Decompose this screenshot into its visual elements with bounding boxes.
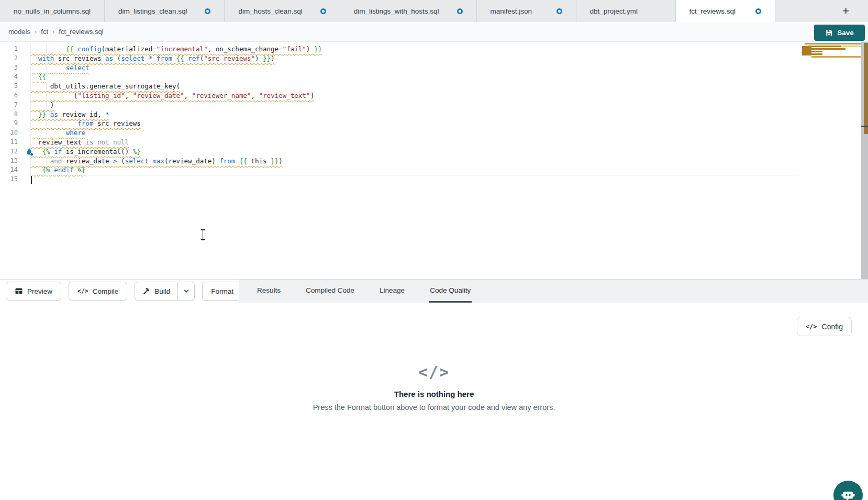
code-line[interactable]: }} as review_id, * <box>30 110 109 119</box>
code-icon: </> <box>0 363 868 381</box>
line-number: 2 <box>0 54 18 63</box>
panel-tab-results[interactable]: Results <box>256 280 282 303</box>
file-tab-label: dbt_project.yml <box>590 7 638 15</box>
indent-guides <box>30 157 50 166</box>
indent-guides <box>30 165 42 175</box>
file-tab-label: no_nulls_in_columns.sql <box>14 7 91 15</box>
breadcrumb-separator: › <box>52 28 54 36</box>
code-line-text: {% if is_incremental() %} <box>30 148 141 155</box>
panel-tab-code-quality[interactable]: Code Quality <box>429 280 472 303</box>
config-button[interactable]: </> Config <box>797 317 852 336</box>
cursor-overview-mark <box>861 126 868 127</box>
empty-state-title: There is nothing here <box>0 390 868 398</box>
code-line-text: dbt_utils.generate_surrogate_key( <box>30 82 180 90</box>
file-tab[interactable]: dim_hosts_clean.sql <box>225 0 340 22</box>
hammer-icon <box>142 287 150 295</box>
unsaved-changes-dot <box>755 8 761 14</box>
line-number: 5 <box>0 82 18 91</box>
save-button[interactable]: Save <box>814 25 865 41</box>
new-tab-button[interactable]: + <box>839 4 852 18</box>
indent-guides <box>30 82 50 91</box>
breadcrumb-row: models›fct›fct_reviews.sql <box>0 22 868 42</box>
code-line[interactable]: {{ <box>30 72 46 82</box>
format-button[interactable]: Format <box>202 282 242 301</box>
line-number: 9 <box>0 119 18 128</box>
code-line[interactable]: {{ config(materialized="incremental", on… <box>30 45 322 54</box>
line-number: 10 <box>0 128 18 138</box>
file-tab[interactable]: manifest.json <box>477 0 576 22</box>
code-line[interactable]: ["listing_id", "review_date", "reviewer_… <box>30 91 314 101</box>
code-line[interactable]: and review_date > (select max(review_dat… <box>30 157 283 166</box>
chevron-down-icon <box>183 287 190 295</box>
unsaved-changes-dot <box>320 8 326 14</box>
robot-chat-icon <box>841 488 855 500</box>
code-icon: </> <box>806 323 817 330</box>
preview-button[interactable]: Preview <box>6 282 61 301</box>
file-tab-label: dim_listings_with_hosts.sql <box>354 7 439 15</box>
indent-guides <box>30 119 77 128</box>
mouse-text-cursor <box>200 229 206 240</box>
breadcrumb-item[interactable]: fct_reviews.sql <box>59 28 103 36</box>
line-number: 15 <box>0 175 18 184</box>
code-line-text: {{ config(materialized="incremental", on… <box>30 45 322 53</box>
unsaved-changes-dot <box>557 8 562 14</box>
empty-state: </> There is nothing here Press the Form… <box>0 363 868 412</box>
panel-tab-compiled-code[interactable]: Compiled Code <box>305 280 355 303</box>
indent-guides <box>30 91 74 101</box>
line-number: 7 <box>0 101 18 110</box>
ide-window: no_nulls_in_columns.sqldim_listings_clea… <box>0 0 868 500</box>
code-line[interactable]: where <box>30 128 85 138</box>
breadcrumb: models›fct›fct_reviews.sql <box>8 28 104 36</box>
indent-guides <box>30 128 66 138</box>
indent-guides <box>30 101 50 110</box>
indent-guides <box>30 45 66 54</box>
file-tab-label: dim_hosts_clean.sql <box>238 7 302 15</box>
build-button[interactable]: Build <box>135 282 177 300</box>
code-line-text: with src_reviews as (select * from {{ re… <box>30 54 275 62</box>
unsaved-changes-dot <box>457 8 463 14</box>
line-number: 1 <box>0 45 18 54</box>
code-line[interactable]: ) <box>30 101 54 110</box>
file-tab-label: fct_reviews.sql <box>689 7 736 15</box>
code-line[interactable]: review_text is not null <box>30 138 129 147</box>
code-editor[interactable]: 1 {{ config(materialized="incremental", … <box>0 42 868 279</box>
code-line[interactable]: with src_reviews as (select * from {{ re… <box>30 54 275 63</box>
minimap[interactable] <box>802 43 861 60</box>
current-line-highlight <box>30 175 798 184</box>
file-tab-label: dim_listings_clean.sql <box>118 7 187 15</box>
code-line[interactable]: select <box>30 63 90 73</box>
indent-guides <box>30 63 66 73</box>
code-line[interactable]: {% endif %} <box>30 165 85 175</box>
build-dropdown-button[interactable] <box>177 282 194 300</box>
table-icon <box>15 287 23 295</box>
breadcrumb-item[interactable]: fct <box>41 28 48 36</box>
line-number: 8 <box>0 110 18 119</box>
compile-button[interactable]: </> Compile <box>69 282 127 301</box>
line-number: 12 <box>0 147 18 157</box>
code-action-droplet-icon[interactable] <box>25 148 35 157</box>
file-tab[interactable]: no_nulls_in_columns.sql <box>0 0 105 22</box>
file-tab-bar: no_nulls_in_columns.sqldim_listings_clea… <box>0 0 868 22</box>
code-line-text: }} as review_id, * <box>30 110 109 118</box>
file-tab[interactable]: fct_reviews.sql <box>676 0 775 22</box>
file-tab[interactable]: dim_listings_clean.sql <box>105 0 225 22</box>
warning-overview-band <box>864 43 868 134</box>
file-tab[interactable]: dim_listings_with_hosts.sql <box>340 0 477 22</box>
code-line[interactable]: from src_reviews <box>30 119 141 128</box>
editor-scrollbar[interactable] <box>861 42 868 279</box>
code-line[interactable]: {% if is_incremental() %} <box>30 147 141 157</box>
code-line-text: review_text is not null <box>30 138 129 146</box>
code-line[interactable]: dbt_utils.generate_surrogate_key( <box>30 82 180 91</box>
panel-tab-lineage[interactable]: Lineage <box>379 280 406 303</box>
line-number: 6 <box>0 91 18 101</box>
unsaved-changes-dot <box>205 8 210 14</box>
line-number: 14 <box>0 165 18 175</box>
indent-guides <box>30 138 38 147</box>
code-line-text: and review_date > (select max(review_dat… <box>30 157 283 165</box>
line-number: 4 <box>0 72 18 82</box>
file-tab[interactable]: dbt_project.yml <box>576 0 676 22</box>
breadcrumb-item[interactable]: models <box>8 28 30 36</box>
indent-guides <box>30 110 38 119</box>
line-number: 13 <box>0 157 18 166</box>
file-tab-label: manifest.json <box>491 7 532 15</box>
